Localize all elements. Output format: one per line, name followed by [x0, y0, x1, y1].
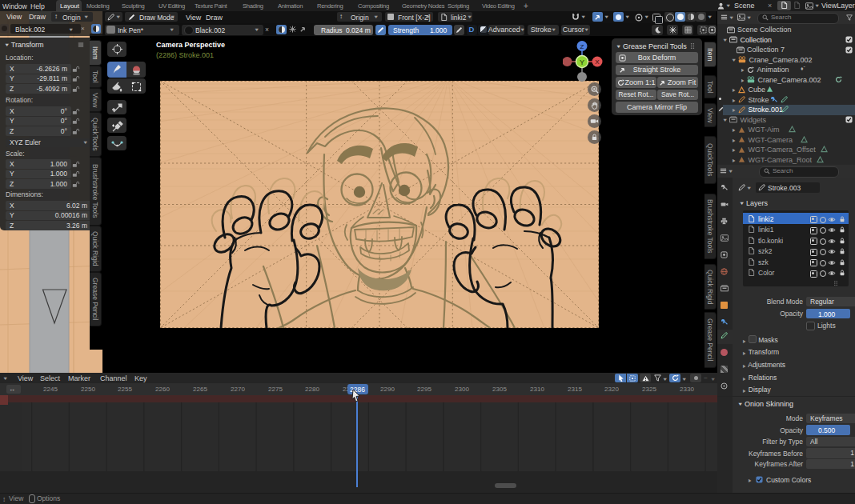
svg-text:Z: Z — [580, 43, 584, 50]
svg-text:X: X — [595, 58, 600, 66]
svg-text:Y: Y — [580, 58, 584, 66]
